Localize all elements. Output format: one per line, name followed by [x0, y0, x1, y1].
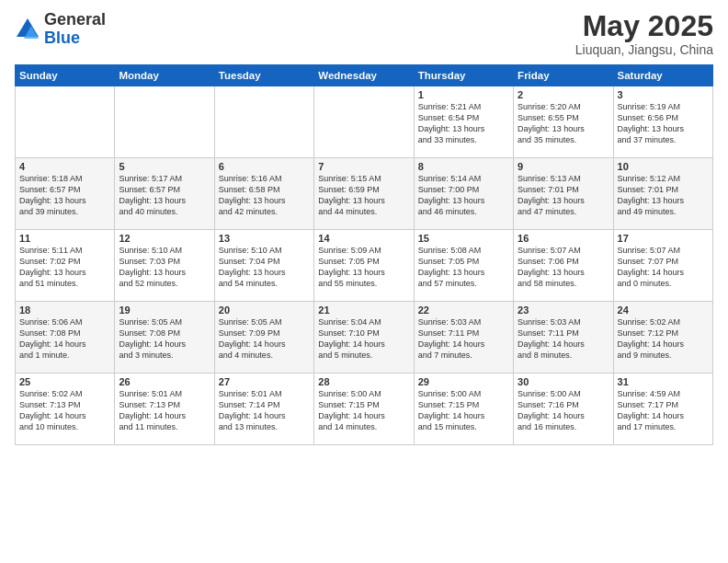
day-number: 24 — [618, 304, 709, 316]
table-row: 26Sunrise: 5:01 AM Sunset: 7:13 PM Dayli… — [115, 373, 214, 445]
day-info: Sunrise: 4:59 AM Sunset: 7:17 PM Dayligh… — [618, 388, 709, 433]
col-saturday: Saturday — [613, 65, 712, 86]
col-tuesday: Tuesday — [214, 65, 313, 86]
table-row: 10Sunrise: 5:12 AM Sunset: 7:01 PM Dayli… — [613, 158, 712, 230]
day-number: 19 — [119, 304, 210, 316]
day-info: Sunrise: 5:15 AM Sunset: 6:59 PM Dayligh… — [318, 173, 409, 218]
day-number: 5 — [119, 161, 210, 172]
day-number: 14 — [318, 233, 409, 244]
week-row: 1Sunrise: 5:21 AM Sunset: 6:54 PM Daylig… — [16, 86, 713, 158]
day-number: 16 — [518, 233, 609, 244]
week-row: 11Sunrise: 5:11 AM Sunset: 7:02 PM Dayli… — [16, 230, 713, 302]
day-info: Sunrise: 5:12 AM Sunset: 7:01 PM Dayligh… — [618, 173, 709, 218]
table-row: 20Sunrise: 5:05 AM Sunset: 7:09 PM Dayli… — [214, 302, 313, 373]
table-row: 7Sunrise: 5:15 AM Sunset: 6:59 PM Daylig… — [314, 158, 414, 230]
day-info: Sunrise: 5:09 AM Sunset: 7:05 PM Dayligh… — [318, 245, 409, 290]
table-row: 14Sunrise: 5:09 AM Sunset: 7:05 PM Dayli… — [314, 230, 414, 302]
day-info: Sunrise: 5:04 AM Sunset: 7:10 PM Dayligh… — [318, 316, 409, 362]
day-info: Sunrise: 5:19 AM Sunset: 6:56 PM Dayligh… — [618, 101, 709, 146]
header: General Blue May 2025 Liuquan, Jiangsu, … — [15, 11, 713, 57]
logo-icon — [15, 17, 40, 42]
day-number: 12 — [119, 233, 210, 244]
col-thursday: Thursday — [414, 65, 513, 86]
table-row: 21Sunrise: 5:04 AM Sunset: 7:10 PM Dayli… — [314, 302, 414, 373]
title-block: May 2025 Liuquan, Jiangsu, China — [575, 11, 713, 57]
day-number: 6 — [219, 161, 310, 172]
day-info: Sunrise: 5:10 AM Sunset: 7:03 PM Dayligh… — [119, 245, 210, 290]
calendar-title: May 2025 — [575, 11, 713, 40]
calendar-table: Sunday Monday Tuesday Wednesday Thursday… — [15, 64, 713, 445]
day-info: Sunrise: 5:01 AM Sunset: 7:14 PM Dayligh… — [219, 388, 310, 433]
table-row: 18Sunrise: 5:06 AM Sunset: 7:08 PM Dayli… — [16, 302, 115, 373]
table-row: 25Sunrise: 5:02 AM Sunset: 7:13 PM Dayli… — [16, 373, 115, 445]
day-info: Sunrise: 5:02 AM Sunset: 7:12 PM Dayligh… — [618, 316, 709, 362]
table-row: 2Sunrise: 5:20 AM Sunset: 6:55 PM Daylig… — [514, 86, 613, 158]
table-row: 4Sunrise: 5:18 AM Sunset: 6:57 PM Daylig… — [16, 158, 115, 230]
day-number: 15 — [418, 233, 509, 244]
day-info: Sunrise: 5:10 AM Sunset: 7:04 PM Dayligh… — [219, 245, 310, 290]
logo-blue: Blue — [44, 29, 80, 47]
day-number: 13 — [219, 233, 310, 244]
col-wednesday: Wednesday — [314, 65, 414, 86]
day-info: Sunrise: 5:03 AM Sunset: 7:11 PM Dayligh… — [518, 316, 609, 362]
day-number: 17 — [618, 233, 709, 244]
header-row: Sunday Monday Tuesday Wednesday Thursday… — [16, 65, 713, 86]
day-number: 20 — [219, 304, 310, 316]
day-info: Sunrise: 5:06 AM Sunset: 7:08 PM Dayligh… — [19, 316, 110, 362]
day-info: Sunrise: 5:00 AM Sunset: 7:15 PM Dayligh… — [418, 388, 509, 433]
table-row: 31Sunrise: 4:59 AM Sunset: 7:17 PM Dayli… — [613, 373, 712, 445]
table-row: 16Sunrise: 5:07 AM Sunset: 7:06 PM Dayli… — [514, 230, 613, 302]
table-row: 9Sunrise: 5:13 AM Sunset: 7:01 PM Daylig… — [514, 158, 613, 230]
table-row: 12Sunrise: 5:10 AM Sunset: 7:03 PM Dayli… — [115, 230, 214, 302]
table-row: 28Sunrise: 5:00 AM Sunset: 7:15 PM Dayli… — [314, 373, 414, 445]
table-row: 3Sunrise: 5:19 AM Sunset: 6:56 PM Daylig… — [613, 86, 712, 158]
calendar-page: General Blue May 2025 Liuquan, Jiangsu, … — [0, 0, 728, 563]
day-number: 10 — [618, 161, 709, 172]
day-number: 28 — [318, 376, 409, 387]
day-number: 27 — [219, 376, 310, 387]
table-row: 1Sunrise: 5:21 AM Sunset: 6:54 PM Daylig… — [414, 86, 513, 158]
table-row — [314, 86, 414, 158]
calendar-subtitle: Liuquan, Jiangsu, China — [575, 42, 713, 57]
day-number: 7 — [318, 161, 409, 172]
day-info: Sunrise: 5:20 AM Sunset: 6:55 PM Dayligh… — [518, 101, 609, 146]
table-row: 8Sunrise: 5:14 AM Sunset: 7:00 PM Daylig… — [414, 158, 513, 230]
day-number: 3 — [618, 89, 709, 100]
logo-general: General — [44, 10, 106, 29]
day-number: 23 — [518, 304, 609, 316]
day-number: 21 — [318, 304, 409, 316]
table-row: 22Sunrise: 5:03 AM Sunset: 7:11 PM Dayli… — [414, 302, 513, 373]
day-number: 26 — [119, 376, 210, 387]
day-number: 4 — [19, 161, 110, 172]
col-friday: Friday — [514, 65, 613, 86]
table-row: 19Sunrise: 5:05 AM Sunset: 7:08 PM Dayli… — [115, 302, 214, 373]
logo-text: General Blue — [44, 11, 106, 48]
week-row: 4Sunrise: 5:18 AM Sunset: 6:57 PM Daylig… — [16, 158, 713, 230]
table-row: 5Sunrise: 5:17 AM Sunset: 6:57 PM Daylig… — [115, 158, 214, 230]
day-info: Sunrise: 5:18 AM Sunset: 6:57 PM Dayligh… — [19, 173, 110, 218]
day-number: 22 — [418, 304, 509, 316]
day-info: Sunrise: 5:00 AM Sunset: 7:16 PM Dayligh… — [518, 388, 609, 433]
day-number: 29 — [418, 376, 509, 387]
col-monday: Monday — [115, 65, 214, 86]
col-sunday: Sunday — [16, 65, 115, 86]
day-info: Sunrise: 5:16 AM Sunset: 6:58 PM Dayligh… — [219, 173, 310, 218]
week-row: 18Sunrise: 5:06 AM Sunset: 7:08 PM Dayli… — [16, 302, 713, 373]
table-row — [16, 86, 115, 158]
table-row: 24Sunrise: 5:02 AM Sunset: 7:12 PM Dayli… — [613, 302, 712, 373]
day-info: Sunrise: 5:05 AM Sunset: 7:08 PM Dayligh… — [119, 316, 210, 362]
day-info: Sunrise: 5:21 AM Sunset: 6:54 PM Dayligh… — [418, 101, 509, 146]
table-row: 17Sunrise: 5:07 AM Sunset: 7:07 PM Dayli… — [613, 230, 712, 302]
day-number: 11 — [19, 233, 110, 244]
day-number: 30 — [518, 376, 609, 387]
table-row: 30Sunrise: 5:00 AM Sunset: 7:16 PM Dayli… — [514, 373, 613, 445]
day-number: 25 — [19, 376, 110, 387]
day-info: Sunrise: 5:05 AM Sunset: 7:09 PM Dayligh… — [219, 316, 310, 362]
week-row: 25Sunrise: 5:02 AM Sunset: 7:13 PM Dayli… — [16, 373, 713, 445]
day-info: Sunrise: 5:01 AM Sunset: 7:13 PM Dayligh… — [119, 388, 210, 433]
table-row — [115, 86, 214, 158]
table-row: 15Sunrise: 5:08 AM Sunset: 7:05 PM Dayli… — [414, 230, 513, 302]
day-info: Sunrise: 5:02 AM Sunset: 7:13 PM Dayligh… — [19, 388, 110, 433]
table-row: 23Sunrise: 5:03 AM Sunset: 7:11 PM Dayli… — [514, 302, 613, 373]
day-number: 1 — [418, 89, 509, 100]
